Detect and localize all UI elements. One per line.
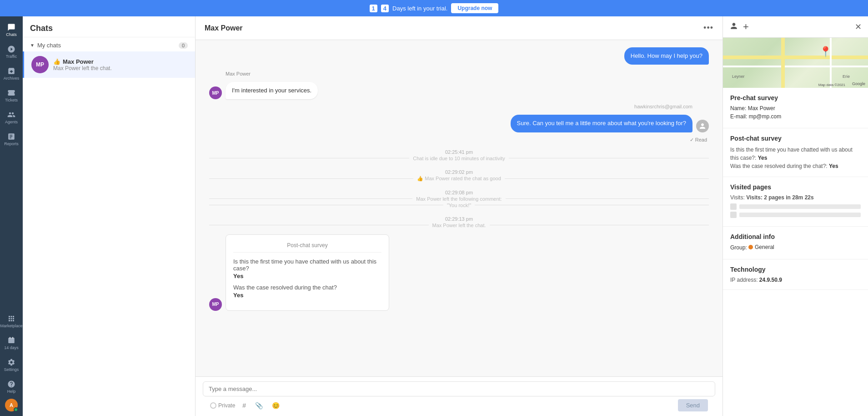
technology-section: Technology IP address: 24.9.50.9 xyxy=(723,259,868,290)
post-chat-avatar: MP xyxy=(209,298,222,311)
map-road-v2 xyxy=(830,38,832,88)
chat-header: Max Power ••• xyxy=(196,16,722,40)
chat-input[interactable] xyxy=(209,386,709,392)
post-chat-card: Post-chat survey Is this the first time … xyxy=(226,234,389,311)
agent-email: hawkinsrchris@gmail.com xyxy=(209,104,692,109)
map-background: 📍 Leyner Erie Google Map data ©2021 xyxy=(723,38,868,88)
svg-rect-0 xyxy=(8,338,15,343)
sidebar-item-marketplace[interactable]: Marketplace xyxy=(1,311,21,331)
visited-pages-section: Visited pages Visits: Visits: 2 pages in… xyxy=(723,177,868,227)
right-panel-header: + ✕ xyxy=(723,16,868,38)
chat-messages: Hello. How may I help you? Max Power MP … xyxy=(196,40,722,376)
ip-address: IP address: 24.9.50.9 xyxy=(730,277,861,283)
post-chat-survey-section: Post-chat survey Is this the first time … xyxy=(723,128,868,177)
my-chats-section: ▼ My chats 0 xyxy=(23,37,195,51)
msg-row-outgoing-greeting: Hello. How may I help you? xyxy=(209,47,709,65)
sidebar-item-agents[interactable]: Agents xyxy=(1,107,21,127)
chat-count: 0 xyxy=(179,42,188,49)
trial-text: Days left in your trial. xyxy=(392,5,447,12)
trial-day-2: 4 xyxy=(381,5,389,12)
hashtag-button[interactable]: # xyxy=(241,401,248,410)
group-color-dot xyxy=(748,245,753,249)
close-panel-button[interactable]: ✕ xyxy=(855,22,862,32)
toggle-circle-icon xyxy=(210,402,216,409)
system-event-1: 02:25:41 pm Chat is idle due to 10 minut… xyxy=(209,147,709,163)
additional-info-title: Additional info xyxy=(730,233,861,240)
map-google-watermark: Google xyxy=(852,81,865,86)
visited-pages-title: Visited pages xyxy=(730,183,861,191)
chat-input-area: Private # 📎 😊 Send xyxy=(196,376,722,416)
sidebar-item-archives[interactable]: Archives xyxy=(1,64,21,84)
post-chat-msg-row: MP Post-chat survey Is this the first ti… xyxy=(209,234,709,311)
more-options-icon[interactable]: ••• xyxy=(703,23,713,33)
attachment-button[interactable]: 📎 xyxy=(253,401,265,410)
message-bubble-incoming: I'm interested in your services. xyxy=(226,82,318,99)
my-chats-header: ▼ My chats 0 xyxy=(30,42,188,49)
private-toggle[interactable]: Private xyxy=(210,402,235,409)
pre-chat-title: Pre-chat survey xyxy=(730,94,861,101)
add-button[interactable]: + xyxy=(743,21,749,33)
sidebar-item-chats[interactable]: Chats xyxy=(1,20,21,40)
pre-chat-name: Name: Max Power xyxy=(730,105,861,112)
emoji-button[interactable]: 😊 xyxy=(270,401,281,410)
chevron-icon: ▼ xyxy=(30,43,35,48)
chat-list-item[interactable]: MP 👍 Max Power Max Power left the chat. xyxy=(23,51,195,78)
upgrade-button[interactable]: Upgrade now xyxy=(451,3,498,13)
system-event-2: 02:29:02 pm 👍 Max Power rated the chat a… xyxy=(209,167,709,183)
user-avatar[interactable]: A xyxy=(5,399,18,411)
chats-panel-title: Chats xyxy=(23,16,195,37)
sidebar-item-traffic[interactable]: Traffic xyxy=(1,42,21,62)
input-bottom-row: Private # 📎 😊 Send xyxy=(203,396,715,411)
additional-info-section: Additional info Group: General xyxy=(723,227,868,259)
map-road-vertical xyxy=(781,38,785,88)
map-road-h2 xyxy=(723,66,868,67)
post-chat-a2: Yes xyxy=(233,292,381,299)
pre-chat-email: E-mail: mp@mp.com xyxy=(730,113,861,120)
chat-item-avatar: MP xyxy=(31,56,49,73)
my-chats-label: My chats xyxy=(37,42,61,49)
sidebar-item-reports[interactable]: Reports xyxy=(1,129,21,149)
map-pin-icon: 📍 xyxy=(819,46,832,58)
chat-item-preview: Max Power left the chat. xyxy=(53,65,188,71)
chat-main: Max Power ••• Hello. How may I help you?… xyxy=(196,16,722,416)
page-link-text-2 xyxy=(739,213,861,217)
map-data-label: Map data ©2021 xyxy=(818,83,845,87)
visits-info: Visits: Visits: 2 pages in 28m 22s xyxy=(730,194,861,201)
sidebar-item-settings[interactable]: Settings xyxy=(1,355,21,375)
page-link-2 xyxy=(730,212,861,218)
toolbar-left: Private # 📎 😊 xyxy=(210,401,281,410)
map-label-leyner: Leyner xyxy=(732,74,745,79)
sidebar-item-tickets[interactable]: Tickets xyxy=(1,86,21,106)
right-panel-actions: + xyxy=(729,21,749,33)
post-chat-a1: Yes xyxy=(233,273,381,279)
incoming-avatar: MP xyxy=(209,86,222,99)
msg-row-outgoing: Sure. Can you tell me a little more abou… xyxy=(209,115,709,132)
send-button[interactable]: Send xyxy=(678,399,708,411)
sidebar-bottom: Marketplace 14 days Settings Help A xyxy=(1,311,21,416)
page-icon-2 xyxy=(730,212,737,218)
trial-day-1: 1 xyxy=(370,5,377,12)
trial-banner: 1 4 Days left in your trial. Upgrade now xyxy=(0,0,868,16)
map-road-horizontal xyxy=(723,56,868,59)
sidebar-item-14days[interactable]: 14 days xyxy=(1,333,21,353)
add-user-button[interactable] xyxy=(729,21,738,33)
sidebar-item-help[interactable]: Help xyxy=(1,377,21,397)
read-receipt: ✓ Read xyxy=(209,137,707,143)
page-link-1 xyxy=(730,203,861,210)
map-container: 📍 Leyner Erie Google Map data ©2021 xyxy=(723,38,868,88)
system-event-3: 02:29:08 pm Max Power left the following… xyxy=(209,188,709,210)
group-badge: General xyxy=(748,244,774,250)
chat-input-row xyxy=(203,381,715,396)
post-chat-card-title: Post-chat survey xyxy=(233,242,381,253)
status-indicator xyxy=(14,407,18,412)
technology-title: Technology xyxy=(730,266,861,273)
post-chat-survey-text: Is this the first time you have chatted … xyxy=(730,146,861,170)
msg-sender-label: Max Power xyxy=(226,71,709,76)
chat-item-info: 👍 Max Power Max Power left the chat. xyxy=(53,58,188,71)
post-chat-q1: Is this the first time you have chatted … xyxy=(233,258,381,272)
map-label-erie: Erie xyxy=(843,74,850,79)
page-link-text-1 xyxy=(739,204,861,209)
page-icon-1 xyxy=(730,203,737,210)
chat-title: Max Power xyxy=(205,24,243,32)
chat-header-actions: ••• xyxy=(703,23,713,33)
